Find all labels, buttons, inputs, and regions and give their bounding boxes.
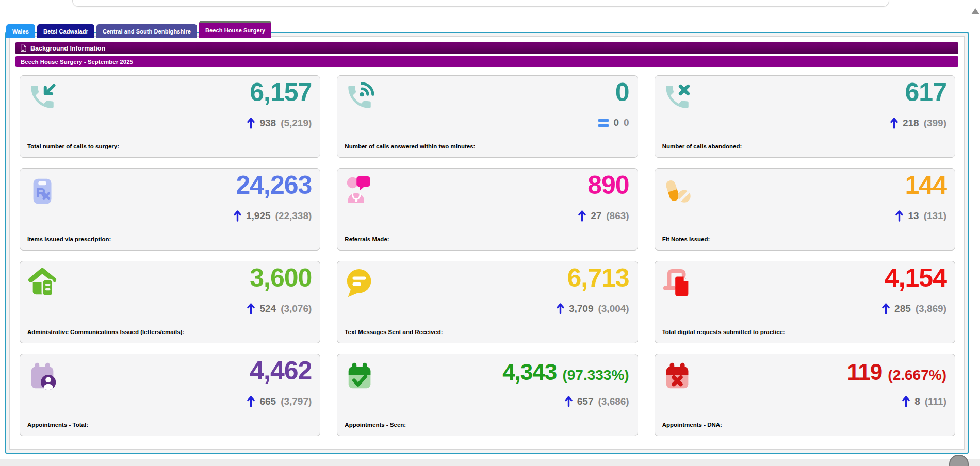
tab-wales[interactable]: Wales	[6, 24, 35, 38]
card-change-row: 285 (3,869)	[882, 303, 946, 314]
pills-icon	[662, 175, 695, 208]
card-change-value: 657	[577, 396, 594, 407]
report-period-bar: Beech House Surgery - September 2025	[15, 56, 958, 67]
card-change-row: 657 (3,686)	[565, 395, 629, 407]
card-previous-value: (3,869)	[916, 303, 946, 314]
card-value: 4,154	[885, 264, 946, 292]
card-previous-value: (111)	[925, 396, 946, 407]
card-label: Total digital requests submitted to prac…	[662, 329, 790, 335]
scrollbar-thumb[interactable]	[949, 455, 969, 466]
up-arrow-icon	[557, 303, 564, 314]
tab-betsi-cadwaladr[interactable]: Betsi Cadwaladr	[37, 24, 94, 38]
equals-icon	[598, 119, 609, 127]
card-label: Appointments - Seen:	[345, 422, 411, 428]
up-arrow-icon	[247, 303, 255, 314]
stat-card-number-of-calls-answered-within-two-minutes[interactable]: 0 0 0 Number of calls answered within tw…	[337, 75, 638, 158]
card-value: 4,462	[250, 357, 312, 385]
card-change-value: 524	[259, 303, 276, 314]
up-arrow-icon	[895, 210, 903, 222]
card-value: 3,600	[250, 264, 312, 292]
card-previous-value: 0	[624, 117, 629, 128]
dashboard-panel: Background Information Beech House Surge…	[5, 32, 969, 454]
card-previous-value: (131)	[924, 210, 946, 222]
card-change-value: 3,709	[569, 303, 594, 314]
dashboard-inner-panel: Background Information Beech House Surge…	[9, 36, 965, 450]
card-change-row: 938 (5,219)	[247, 117, 312, 129]
house-mail-icon	[27, 268, 60, 301]
card-change-value: 665	[259, 396, 276, 407]
stat-card-total-number-of-calls-to-surgery[interactable]: 6,157 938 (5,219) Total number of calls …	[20, 75, 320, 158]
stat-card-referrals-made[interactable]: 890 27 (863) Referrals Made:	[337, 168, 638, 251]
card-value: 6,713	[567, 264, 629, 292]
card-previous-value: (3,004)	[598, 303, 629, 314]
stat-card-appointments-total[interactable]: 4,462 665 (3,797) Appointments - Total:	[20, 354, 320, 436]
card-value: 617	[905, 79, 946, 106]
card-label: Text Messages Sent and Received:	[345, 329, 448, 335]
phone-incoming-icon	[27, 82, 60, 115]
card-value: 24,263	[236, 172, 312, 199]
stat-card-appointments-seen[interactable]: 4,343 (97.333%) 657 (3,686) Appointments…	[337, 354, 638, 436]
up-arrow-icon	[902, 395, 910, 407]
card-label: Appointments - DNA:	[662, 422, 727, 428]
card-change-value: 0	[614, 117, 619, 128]
phone-volume-icon	[345, 82, 378, 115]
card-change-row: 13 (131)	[895, 210, 946, 222]
card-change-row: 3,709 (3,004)	[557, 303, 629, 314]
card-change-value: 218	[903, 118, 919, 129]
card-value: 119 (2.667%)	[847, 360, 946, 384]
card-change-row: 8 (111)	[902, 395, 946, 407]
background-information-header[interactable]: Background Information	[15, 42, 958, 54]
card-previous-value: (3,076)	[281, 303, 312, 314]
card-change-row: 218 (399)	[890, 117, 946, 129]
calendar-x-icon	[662, 360, 695, 393]
card-change-value: 938	[259, 118, 276, 129]
stat-card-administrative-communications-issued-letters-emails[interactable]: 3,600 524 (3,076) Administrative Communi…	[20, 261, 320, 343]
card-label: Total number of calls to surgery:	[27, 143, 124, 149]
stat-card-items-issued-via-prescription[interactable]: R 24,263 1,925 (22,338) Items issued via…	[20, 168, 320, 251]
card-previous-value: (3,797)	[281, 396, 312, 407]
card-change-row: 27 (863)	[578, 210, 629, 222]
card-change-value: 13	[908, 210, 919, 222]
card-change-value: 1,925	[246, 210, 271, 222]
card-change-value: 27	[591, 210, 601, 222]
stat-card-fit-notes-issued[interactable]: 144 13 (131) Fit Notes Issued:	[655, 168, 955, 251]
stat-cards-grid: 6,157 938 (5,219) Total number of calls …	[20, 75, 955, 436]
calendar-person-icon	[27, 360, 60, 393]
card-change-row: 665 (3,797)	[247, 395, 312, 407]
card-previous-value: (5,219)	[281, 118, 312, 129]
calendar-check-icon	[345, 360, 378, 393]
card-value-percent: (2.667%)	[888, 367, 946, 383]
card-change-row: 0 0	[598, 117, 629, 128]
card-label: Fit Notes Issued:	[662, 236, 715, 242]
card-label: Appointments - Total:	[27, 422, 93, 428]
report-period-title: Beech House Surgery - September 2025	[21, 59, 133, 65]
stat-card-appointments-dna[interactable]: 119 (2.667%) 8 (111) Appointments - DNA:	[655, 354, 955, 436]
tab-central-and-south-denbighshire[interactable]: Central and South Denbighshire	[96, 24, 197, 38]
tab-beech-house-surgery[interactable]: Beech House Surgery	[199, 21, 271, 38]
scroll-up-arrow-icon[interactable]	[971, 8, 979, 14]
stat-card-text-messages-sent-and-received[interactable]: 6,713 3,709 (3,004) Text Messages Sent a…	[337, 261, 638, 343]
up-arrow-icon	[565, 395, 573, 407]
stat-card-number-of-calls-abandoned[interactable]: 617 218 (399) Number of calls abandoned:	[655, 75, 955, 158]
card-value: 4,343 (97.333%)	[502, 360, 629, 384]
browser-bar-fragment	[72, 0, 889, 7]
horizontal-scrollbar-track[interactable]	[0, 459, 980, 466]
section-title: Background Information	[30, 45, 105, 52]
card-label: Referrals Made:	[345, 236, 394, 242]
stat-card-total-digital-requests-submitted-to-practice[interactable]: 4,154 285 (3,869) Total digital requests…	[655, 261, 955, 343]
up-arrow-icon	[890, 117, 898, 129]
card-label: Items issued via prescription:	[27, 236, 116, 242]
card-previous-value: (399)	[924, 118, 946, 129]
up-arrow-icon	[234, 210, 241, 222]
card-label: Administrative Communications Issued (le…	[27, 329, 189, 335]
card-change-value: 8	[914, 396, 920, 407]
card-value: 6,157	[250, 79, 312, 106]
card-label: Number of calls abandoned:	[662, 143, 747, 149]
digital-request-icon	[662, 268, 695, 301]
card-change-row: 524 (3,076)	[247, 303, 312, 314]
card-change-value: 285	[894, 303, 911, 314]
chat-bubble-icon	[345, 268, 378, 301]
card-previous-value: (22,338)	[275, 210, 312, 222]
card-value-percent: (97.333%)	[562, 367, 629, 383]
card-previous-value: (863)	[606, 210, 629, 222]
